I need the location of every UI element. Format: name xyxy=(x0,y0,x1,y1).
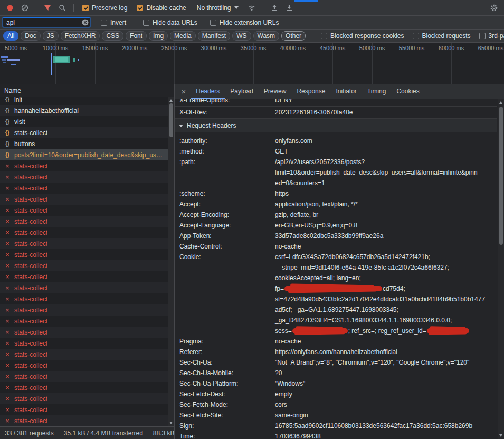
error-icon: × xyxy=(4,373,11,380)
request-row[interactable]: ×stats-collect xyxy=(0,304,174,316)
filter-checkbox-3rd-party-requests[interactable]: 3rd-party requests xyxy=(479,32,504,40)
request-list-scrollbar[interactable] xyxy=(168,97,174,426)
request-row[interactable]: {}visit xyxy=(0,116,174,127)
header-name: :method: xyxy=(175,146,275,157)
request-row[interactable]: ×stats-collect xyxy=(0,393,174,404)
tab-headers[interactable]: Headers xyxy=(191,84,225,99)
settings-button[interactable] xyxy=(487,2,501,14)
header-value: cors xyxy=(275,399,497,410)
request-row[interactable]: ×stats-collect xyxy=(0,183,174,194)
request-name: stats-collect xyxy=(14,163,47,170)
request-row[interactable]: ×stats-collect xyxy=(0,205,174,216)
scroll-down-icon[interactable] xyxy=(499,434,502,437)
request-row[interactable]: ×stats-collect xyxy=(0,415,174,426)
record-button[interactable] xyxy=(3,2,17,14)
request-row[interactable]: {}hannahelizabethofficial xyxy=(0,105,174,116)
search-button[interactable] xyxy=(55,2,69,14)
search-icon xyxy=(58,4,66,12)
checkbox-unchecked-icon xyxy=(143,20,149,26)
filter-chip-ws[interactable]: WS xyxy=(232,31,251,41)
filter-input[interactable] xyxy=(3,17,90,27)
network-conditions-button[interactable] xyxy=(245,2,259,14)
request-row[interactable]: ×stats-collect xyxy=(0,404,174,415)
header-value: same-origin xyxy=(275,410,497,421)
header-name: :authority: xyxy=(175,136,275,146)
network-main-view: Name {}init{}hannahelizabethofficial{}vi… xyxy=(0,84,504,439)
filter-chip-other[interactable]: Other xyxy=(281,31,306,41)
request-row[interactable]: ×stats-collect xyxy=(0,349,174,360)
network-summary-bar: 33 / 381 requests 35.1 kB / 4.4 MB trans… xyxy=(0,426,174,439)
scroll-up-icon[interactable] xyxy=(169,99,173,102)
filter-chip-manifest[interactable]: Manifest xyxy=(198,31,230,41)
request-row[interactable]: ×stats-collect xyxy=(0,316,174,327)
request-filter-checkboxes: Blocked response cookiesBlocked requests… xyxy=(317,32,504,40)
scroll-down-icon[interactable] xyxy=(169,422,173,424)
filter-chip-media[interactable]: Media xyxy=(170,31,196,41)
request-row[interactable]: ×stats-collect xyxy=(0,293,174,304)
request-row[interactable]: ×stats-collect xyxy=(0,216,174,227)
filter-chip-font[interactable]: Font xyxy=(126,31,147,41)
header-name: :path: xyxy=(175,157,275,167)
active-panel-indicator xyxy=(294,0,318,2)
request-row[interactable]: ×stats-collect xyxy=(0,160,174,171)
scrollbar-thumb[interactable] xyxy=(499,107,503,245)
request-row[interactable]: ×stats-collect xyxy=(0,227,174,238)
filter-chip-doc[interactable]: Doc xyxy=(21,31,40,41)
request-name: stats-collect xyxy=(14,406,47,414)
request-row[interactable]: ×stats-collect xyxy=(0,194,174,205)
request-row[interactable]: {}init xyxy=(0,97,174,105)
preserve-log-checkbox[interactable]: Preserve log xyxy=(82,4,127,12)
throttling-select[interactable]: No throttling xyxy=(197,4,239,12)
devtools-network-panel: Preserve log Disable cache No throttling xyxy=(0,0,504,439)
filter-chip-fetch-xhr[interactable]: Fetch/XHR xyxy=(61,31,100,41)
request-row[interactable]: ×stats-collect xyxy=(0,327,174,338)
scrollbar-thumb[interactable] xyxy=(169,103,173,137)
hide-extension-urls-checkbox[interactable]: Hide extension URLs xyxy=(210,19,279,26)
filter-checkbox-blocked-requests[interactable]: Blocked requests xyxy=(413,32,471,40)
name-column-header[interactable]: Name xyxy=(0,84,174,97)
request-row[interactable]: ×stats-collect xyxy=(0,371,174,382)
request-row[interactable]: {}buttons xyxy=(0,138,174,149)
tab-cookies[interactable]: Cookies xyxy=(391,84,424,99)
disable-cache-checkbox[interactable]: Disable cache xyxy=(137,4,186,12)
request-row[interactable]: ×stats-collect xyxy=(0,171,174,183)
error-icon: × xyxy=(4,395,11,403)
network-overview-timeline[interactable]: 5000 ms10000 ms15000 ms20000 ms25000 ms3… xyxy=(0,43,504,84)
tab-timing[interactable]: Timing xyxy=(362,84,392,99)
close-details-icon[interactable]: × xyxy=(178,87,189,96)
filter-chip-img[interactable]: Img xyxy=(149,31,168,41)
filter-chip-js[interactable]: JS xyxy=(43,31,59,41)
request-row[interactable]: ×stats-collect xyxy=(0,238,174,249)
filter-chip-css[interactable]: CSS xyxy=(102,31,123,41)
request-row[interactable]: {}posts?limit=10&order=publish_date_desc… xyxy=(0,149,174,160)
request-headers-section[interactable]: Request Headers xyxy=(175,119,497,132)
tab-preview[interactable]: Preview xyxy=(259,84,292,99)
request-name: stats-collect xyxy=(14,129,47,137)
export-har-button[interactable] xyxy=(282,2,296,14)
filter-checkbox-blocked-response-cookies[interactable]: Blocked response cookies xyxy=(321,32,404,40)
tab-payload[interactable]: Payload xyxy=(225,84,258,99)
request-row[interactable]: ×stats-collect xyxy=(0,271,174,282)
request-row[interactable]: {}stats-collect xyxy=(0,127,174,138)
filter-chip-all[interactable]: All xyxy=(3,31,18,41)
filter-chip-wasm[interactable]: Wasm xyxy=(253,31,280,41)
request-row[interactable]: ×stats-collect xyxy=(0,282,174,293)
hide-data-urls-checkbox[interactable]: Hide data URLs xyxy=(143,19,197,26)
scroll-up-icon[interactable] xyxy=(499,101,502,104)
request-row[interactable]: ×stats-collect xyxy=(0,249,174,260)
import-har-button[interactable] xyxy=(268,2,281,14)
request-row[interactable]: ×stats-collect xyxy=(0,360,174,371)
header-row: Accept-Language:en-GB,en-US;q=0.9,en;q=0… xyxy=(175,220,497,231)
invert-checkbox[interactable]: Invert xyxy=(101,19,126,26)
tab-initiator[interactable]: Initiator xyxy=(330,84,362,99)
filter-toggle-button[interactable] xyxy=(41,2,54,14)
clear-filter-icon[interactable] xyxy=(82,19,89,26)
request-row[interactable]: ×stats-collect xyxy=(0,338,174,349)
request-row[interactable]: ×stats-collect xyxy=(0,260,174,271)
header-row: Sec-Fetch-Dest:empty xyxy=(175,389,497,399)
header-row: Sec-Fetch-Mode:cors xyxy=(175,399,497,410)
tab-response[interactable]: Response xyxy=(291,84,330,99)
request-row[interactable]: ×stats-collect xyxy=(0,382,174,393)
clear-button[interactable] xyxy=(18,2,32,14)
details-scrollbar[interactable] xyxy=(498,99,504,439)
